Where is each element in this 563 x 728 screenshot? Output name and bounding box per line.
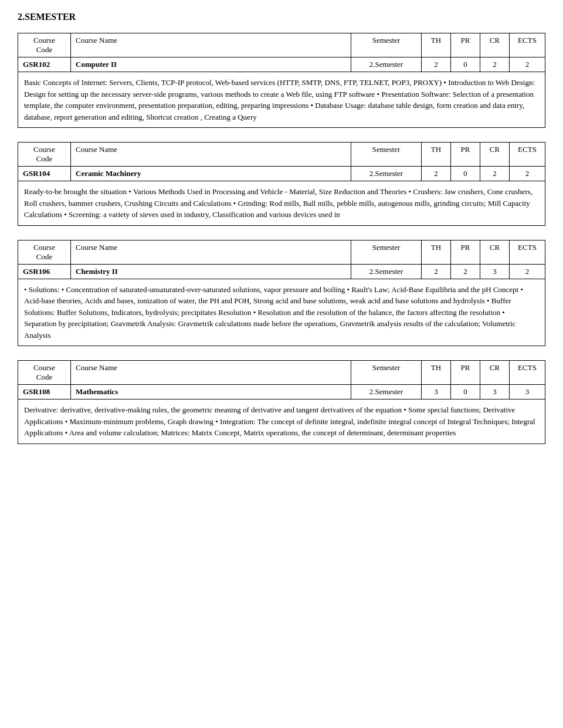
col-header-th: TH <box>422 33 451 57</box>
col-header-name: Course Name <box>71 33 351 57</box>
course-cr: 2 <box>480 57 510 72</box>
col-header-name: Course Name <box>71 361 351 384</box>
course-semester: 2.Semester <box>351 167 422 181</box>
course-data-row: GSR108Mathematics2.Semester3033 <box>18 385 545 399</box>
course-header-row: Course CodeCourse NameSemesterTHPRCRECTS <box>18 143 545 167</box>
course-pr: 0 <box>451 167 480 181</box>
course-name: Chemistry II <box>71 265 351 279</box>
course-code: GSR108 <box>18 385 71 399</box>
col-header-pr: PR <box>451 143 480 166</box>
course-name: Computer II <box>71 57 351 72</box>
course-description: Derivative: derivative, derivative-makin… <box>18 399 545 443</box>
course-cr: 3 <box>480 385 510 399</box>
col-header-ects: ECTS <box>510 33 545 57</box>
course-semester: 2.Semester <box>351 385 422 399</box>
course-description: Ready-to-be brought the situation • Vari… <box>18 181 545 225</box>
col-header-semester: Semester <box>351 361 422 384</box>
col-header-th: TH <box>422 143 451 166</box>
col-header-name: Course Name <box>71 241 351 264</box>
course-name: Mathematics <box>71 385 351 399</box>
course-ects: 2 <box>510 265 545 279</box>
course-data-row: GSR104Ceramic Machinery2.Semester2022 <box>18 167 545 181</box>
course-cr: 2 <box>480 167 510 181</box>
col-header-code: Course Code <box>18 241 71 264</box>
course-header-row: Course CodeCourse NameSemesterTHPRCRECTS <box>18 241 545 265</box>
course-semester: 2.Semester <box>351 265 422 279</box>
course-pr: 2 <box>451 265 480 279</box>
col-header-pr: PR <box>451 241 480 264</box>
course-cr: 3 <box>480 265 510 279</box>
course-pr: 0 <box>451 57 480 72</box>
course-th: 3 <box>422 385 451 399</box>
course-code: GSR106 <box>18 265 71 279</box>
col-header-semester: Semester <box>351 241 422 264</box>
course-code: GSR102 <box>18 57 71 72</box>
col-header-code: Course Code <box>18 361 71 384</box>
col-header-semester: Semester <box>351 33 422 57</box>
col-header-cr: CR <box>480 33 510 57</box>
course-th: 2 <box>422 57 451 72</box>
col-header-semester: Semester <box>351 143 422 166</box>
course-block: Course CodeCourse NameSemesterTHPRCRECTS… <box>18 33 545 128</box>
col-header-code: Course Code <box>18 33 71 57</box>
course-block: Course CodeCourse NameSemesterTHPRCRECTS… <box>18 240 545 347</box>
course-ects: 3 <box>510 385 545 399</box>
course-code: GSR104 <box>18 167 71 181</box>
course-description: • Solutions: • Concentration of saturate… <box>18 279 545 346</box>
col-header-th: TH <box>422 241 451 264</box>
course-block: Course CodeCourse NameSemesterTHPRCRECTS… <box>18 360 545 444</box>
course-header-row: Course CodeCourse NameSemesterTHPRCRECTS <box>18 361 545 385</box>
page-title: 2.SEMESTER <box>18 12 545 22</box>
course-th: 2 <box>422 167 451 181</box>
col-header-ects: ECTS <box>510 361 545 384</box>
col-header-ects: ECTS <box>510 143 545 166</box>
course-header-row: Course CodeCourse NameSemesterTHPRCRECTS <box>18 33 545 57</box>
col-header-pr: PR <box>451 33 480 57</box>
course-pr: 0 <box>451 385 480 399</box>
course-name: Ceramic Machinery <box>71 167 351 181</box>
col-header-ects: ECTS <box>510 241 545 264</box>
course-ects: 2 <box>510 167 545 181</box>
course-block: Course CodeCourse NameSemesterTHPRCRECTS… <box>18 142 545 226</box>
col-header-name: Course Name <box>71 143 351 166</box>
col-header-pr: PR <box>451 361 480 384</box>
course-description: Basic Concepts of Internet: Servers, Cli… <box>18 72 545 127</box>
col-header-th: TH <box>422 361 451 384</box>
course-data-row: GSR102Computer II2.Semester2022 <box>18 57 545 72</box>
col-header-cr: CR <box>480 143 510 166</box>
col-header-cr: CR <box>480 241 510 264</box>
course-semester: 2.Semester <box>351 57 422 72</box>
course-th: 2 <box>422 265 451 279</box>
course-ects: 2 <box>510 57 545 72</box>
col-header-cr: CR <box>480 361 510 384</box>
col-header-code: Course Code <box>18 143 71 166</box>
course-data-row: GSR106Chemistry II2.Semester2232 <box>18 265 545 279</box>
